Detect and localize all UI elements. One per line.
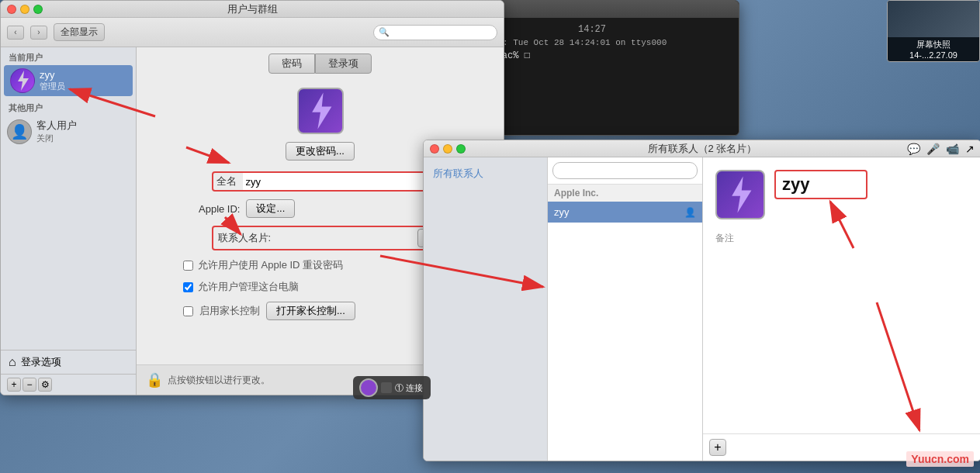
tab-password[interactable]: 密码 <box>268 54 315 74</box>
contacts-body: 所有联系人 Apple Inc. zyy 👤 <box>424 157 980 461</box>
watermark: Yuucn.com <box>906 451 974 467</box>
fullname-label: 全名 <box>213 174 243 188</box>
contacts-detail: zyy 备注 + <box>703 157 980 461</box>
user-role-zyy: 管理员 <box>40 81 65 92</box>
contact-notes-label: 备注 <box>703 232 980 245</box>
current-users-label: 当前用户 <box>1 47 136 65</box>
contacts-search-input[interactable] <box>552 162 698 179</box>
contacts-group-apple: Apple Inc. <box>548 185 702 202</box>
other-users-label: 其他用户 <box>1 96 136 116</box>
contacts-sidebar-all[interactable]: 所有联系人 <box>424 164 547 184</box>
lock-icon-area: 🔒 点按锁按钮以进行更改。 <box>146 371 270 388</box>
maximize-btn[interactable] <box>33 5 43 14</box>
guest-role: 关闭 <box>36 133 77 144</box>
contacts-max-btn[interactable] <box>456 144 466 154</box>
change-password-row: 更改密码... <box>286 142 355 161</box>
notification-icon <box>381 382 392 393</box>
notification-bar: ① 连接 <box>353 376 431 399</box>
share-icon[interactable]: ↗ <box>965 143 975 155</box>
contact-name-zyy: zyy <box>554 206 570 218</box>
sidebar-bottom-actions: + − ⚙ <box>1 374 136 395</box>
checkbox-manage-computer[interactable] <box>183 282 193 292</box>
footer-text: 点按锁按钮以进行更改。 <box>168 374 270 387</box>
contacts-search-box <box>548 157 702 185</box>
remove-user-button[interactable]: − <box>23 378 36 392</box>
checkbox-label-1: 允许用户使用 Apple ID 重设密码 <box>198 258 343 272</box>
contact-card-label: 联系人名片: <box>218 231 272 245</box>
svg-marker-1 <box>312 93 331 129</box>
screenshot-thumbnail[interactable]: 屏幕快照 14-...2.27.09 <box>887 0 980 62</box>
contact-name-box: zyy <box>774 170 867 199</box>
svg-marker-0 <box>18 71 29 91</box>
contacts-titlebar: 所有联系人（2 张名片） 💬 🎤 📹 ↗ <box>424 140 980 157</box>
sidebar-item-zyy[interactable]: zyy 管理员 <box>4 65 133 96</box>
mic-icon[interactable]: 🎤 <box>926 143 940 155</box>
contact-lightning-svg <box>726 176 754 213</box>
set-appleid-button[interactable]: 设定... <box>246 199 295 218</box>
appleid-label: Apple ID: <box>199 203 240 215</box>
add-contact-button[interactable]: + <box>709 439 726 456</box>
add-user-button[interactable]: + <box>7 378 21 392</box>
show-all-button[interactable]: 全部显示 <box>54 23 105 41</box>
username-zyy: zyy <box>40 69 65 81</box>
lock-icon: 🔒 <box>146 371 163 388</box>
notification-text: ① 连接 <box>395 382 423 394</box>
checkbox-label-3: 启用家长控制 <box>199 304 260 318</box>
minimize-btn[interactable] <box>20 5 29 14</box>
contacts-min-btn[interactable] <box>443 144 452 154</box>
user-avatar-zyy <box>10 68 35 93</box>
contacts-window: 所有联系人（2 张名片） 💬 🎤 📹 ↗ 所有联系人 Apple Inc. zy… <box>423 140 980 461</box>
open-parental-button[interactable]: 打开家长控制... <box>266 302 355 320</box>
sidebar-item-guest[interactable]: 👤 客人用户 关闭 <box>1 116 136 147</box>
contacts-title: 所有联系人（2 张名片） <box>648 142 757 156</box>
contacts-list-item-zyy[interactable]: zyy 👤 <box>548 202 702 223</box>
sidebar-spacer <box>1 147 136 350</box>
checkbox-parental-control[interactable] <box>183 306 193 316</box>
traffic-lights <box>7 5 43 14</box>
guest-username: 客人用户 <box>36 119 77 133</box>
contact-avatar-detail <box>715 170 765 219</box>
sidebar-item-login-options[interactable]: ⌂ 登录选项 <box>1 350 136 374</box>
contacts-close-btn[interactable] <box>430 144 439 154</box>
checkbox-label-2: 允许用户管理这台电脑 <box>198 280 299 294</box>
search-icon: 🔍 <box>379 27 390 37</box>
contacts-toolbar-icons: 💬 🎤 📹 ↗ <box>907 143 975 155</box>
change-password-button[interactable]: 更改密码... <box>286 142 355 161</box>
user-avatar-guest: 👤 <box>7 119 32 144</box>
contacts-list-panel: Apple Inc. zyy 👤 <box>548 157 703 461</box>
user-avatar-large[interactable] <box>297 88 344 134</box>
notification-avatar <box>359 378 378 397</box>
settings-button[interactable]: ⚙ <box>38 378 52 392</box>
close-btn[interactable] <box>7 5 16 14</box>
screenshot-label: 屏幕快照 14-...2.27.09 <box>888 37 979 61</box>
tab-bar: 密码 登录项 <box>137 47 504 80</box>
chat-icon[interactable]: 💬 <box>907 143 920 155</box>
contact-name-display: zyy <box>782 174 809 194</box>
login-options-label: 登录选项 <box>21 355 61 369</box>
sidebar: 当前用户 zyy 管理员 其他用户 👤 <box>1 47 137 395</box>
home-icon: ⌂ <box>9 355 16 369</box>
avatar-lightning-svg <box>306 92 334 129</box>
user-info-guest: 客人用户 关闭 <box>36 119 77 144</box>
contacts-sidebar: 所有联系人 <box>424 157 548 461</box>
svg-marker-2 <box>732 177 751 213</box>
window-title: 用户与群组 <box>227 2 278 16</box>
toolbar: ‹ › 全部显示 🔍 <box>1 18 504 47</box>
video-icon[interactable]: 📹 <box>946 143 959 155</box>
user-info-zyy: zyy 管理员 <box>40 69 65 92</box>
contacts-traffic-lights <box>430 144 466 154</box>
search-input[interactable] <box>393 27 492 38</box>
search-box[interactable]: 🔍 <box>373 25 497 40</box>
contact-detail-spacer <box>703 245 980 433</box>
contacts-detail-header: zyy <box>703 157 980 232</box>
back-button[interactable]: ‹ <box>7 26 24 40</box>
lightning-svg <box>15 71 30 91</box>
checkbox-apple-id-reset[interactable] <box>183 261 193 271</box>
tab-login-items[interactable]: 登录项 <box>315 54 372 74</box>
window-titlebar: 用户与群组 <box>1 1 504 18</box>
forward-button[interactable]: › <box>30 26 47 40</box>
contact-person-icon: 👤 <box>684 207 696 218</box>
